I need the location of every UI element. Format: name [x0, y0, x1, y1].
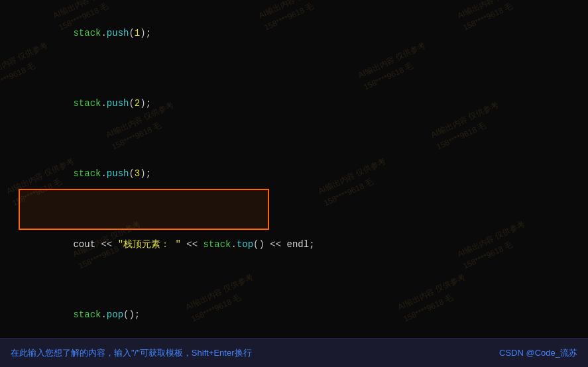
code-line-blank2 — [40, 130, 548, 148]
code-line-blank3 — [40, 201, 548, 219]
code-line-5: stack.pop(); — [40, 289, 548, 339]
code-block: stack.push(1); stack.push(2); stack.push… — [0, 0, 588, 338]
code-line-2: stack.push(2); — [40, 77, 548, 130]
code-line-4: cout << "栈顶元素： " << stack.top() << endl; — [40, 218, 548, 271]
bottom-bar: 在此输入您想了解的内容，输入"/"可获取模板，Shift+Enter换行 CSD… — [0, 338, 588, 367]
bottom-brand-label: CSDN @Code_流苏 — [499, 347, 577, 359]
code-area: AI输出内容 仅供参考158****9618 毛 AI输出内容 仅供参考158*… — [0, 0, 588, 338]
bottom-input-label[interactable]: 在此输入您想了解的内容，输入"/"可获取模板，Shift+Enter换行 — [11, 347, 252, 359]
code-line-blank1 — [40, 60, 548, 78]
code-line-3: stack.push(3); — [40, 148, 548, 201]
code-line-blank4 — [40, 271, 548, 289]
code-line-1: stack.push(1); — [40, 7, 548, 60]
